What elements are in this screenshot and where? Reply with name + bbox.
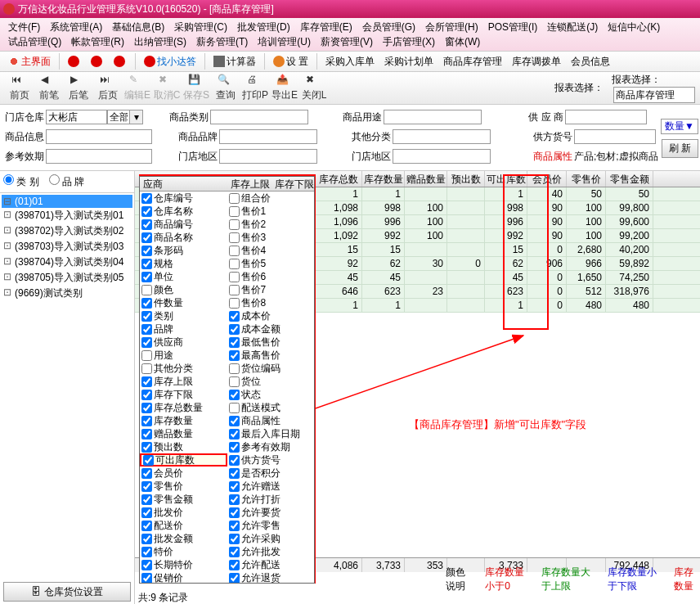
toolbar-编辑E[interactable]: ✎编辑E — [123, 74, 152, 102]
column-option[interactable]: 用途 — [140, 349, 227, 362]
cat-input[interactable] — [210, 110, 308, 124]
grid-header[interactable]: 可出库数 — [485, 171, 527, 187]
supplier-input[interactable] — [565, 110, 647, 124]
tree-node[interactable]: (398701)导入测试类别01 — [2, 208, 132, 223]
store-input[interactable] — [46, 110, 107, 124]
menu-item[interactable]: 窗体(W) — [440, 34, 485, 49]
key-icon[interactable] — [86, 52, 109, 71]
ref-input[interactable] — [46, 149, 152, 164]
member-info-button[interactable]: 会员信息 — [566, 52, 615, 71]
region-input[interactable] — [219, 149, 317, 164]
column-option[interactable]: 库存下限 — [140, 388, 227, 401]
column-option[interactable]: 商品名称 — [140, 231, 227, 244]
column-option[interactable]: 可出库数 — [140, 453, 227, 467]
column-option[interactable]: 供应商 — [140, 336, 227, 349]
column-option[interactable]: 允许打折 — [227, 493, 315, 506]
tree-node[interactable]: (398702)导入测试类别02 — [2, 223, 132, 239]
toolbar-保存S[interactable]: 💾保存S — [182, 74, 211, 102]
column-option[interactable]: 条形码 — [140, 244, 227, 257]
toolbar-后笔[interactable]: ▶后笔 — [64, 74, 93, 102]
report-select-input[interactable] — [613, 87, 695, 103]
column-option[interactable]: 配送价 — [140, 519, 227, 532]
column-option[interactable]: 仓库编号 — [140, 192, 227, 205]
column-option[interactable]: 售价6 — [227, 270, 315, 283]
toolbar-打印P[interactable]: 🖨打印P — [240, 74, 270, 102]
column-option[interactable]: 商品属性 — [227, 414, 315, 427]
toolbar-查询[interactable]: 🔍查询 — [211, 74, 240, 102]
column-option[interactable]: 状态 — [227, 388, 315, 401]
column-option[interactable]: 促销价 — [140, 571, 227, 583]
radio-category[interactable]: 类 别 — [3, 174, 39, 189]
column-option[interactable]: 允许批发 — [227, 545, 315, 558]
menu-item[interactable]: 库存管理(E) — [295, 20, 357, 34]
grid-header[interactable]: 会员价 — [527, 171, 567, 187]
column-option[interactable]: 长期特价 — [140, 558, 227, 571]
tree-node[interactable]: (398705)导入测试类别05 — [2, 270, 132, 286]
column-option[interactable]: 其他分类 — [140, 362, 227, 375]
column-option[interactable]: 会员价 — [140, 467, 227, 480]
menu-item[interactable]: 系统管理(A) — [45, 20, 107, 34]
grid-header[interactable]: 赠品数量 — [405, 171, 447, 187]
column-option[interactable]: 批发价 — [140, 506, 227, 519]
column-option[interactable]: 赠品数量 — [140, 427, 227, 440]
column-option[interactable]: 仓库名称 — [140, 205, 227, 218]
column-option[interactable]: 最高售价 — [227, 349, 315, 362]
region2-input[interactable] — [393, 149, 491, 164]
column-option[interactable]: 允许赠送 — [227, 480, 315, 493]
column-option[interactable]: 是否积分 — [227, 467, 315, 480]
menu-item[interactable]: POS管理(I) — [483, 20, 543, 34]
column-option[interactable]: 批发金额 — [140, 532, 227, 545]
column-option[interactable]: 售价4 — [227, 244, 315, 257]
toolbar-后页[interactable]: ⏭后页 — [93, 74, 123, 102]
lock-icon[interactable] — [63, 52, 86, 71]
column-option[interactable]: 允许采购 — [227, 532, 315, 545]
grid-header[interactable]: 库存数量 — [362, 171, 405, 187]
menu-item[interactable]: 薪资管理(V) — [316, 34, 378, 49]
column-option[interactable]: 规格 — [140, 257, 227, 270]
menu-item[interactable]: 短信中心(K) — [603, 20, 665, 34]
menu-item[interactable]: 会所管理(H) — [420, 20, 483, 34]
brand-input[interactable] — [219, 129, 317, 144]
toolbar-关闭L[interactable]: ✖关闭L — [299, 74, 329, 102]
column-option[interactable]: 库存上限 — [140, 375, 227, 388]
toolbar-前笔[interactable]: ◀前笔 — [34, 74, 64, 102]
column-option[interactable]: 售价1 — [227, 205, 315, 218]
column-option[interactable]: 商品编号 — [140, 218, 227, 231]
column-option[interactable]: 成本价 — [227, 309, 315, 322]
column-option[interactable]: 允许配送 — [227, 558, 315, 571]
qty-dropdown[interactable]: 数量▼ — [661, 119, 698, 134]
find-da-button[interactable]: 找小达答 — [139, 52, 201, 71]
column-option[interactable]: 最低售价 — [227, 336, 315, 349]
column-option[interactable]: 货位 — [227, 375, 315, 388]
tree-node[interactable]: (9669)测试类别 — [2, 286, 132, 301]
refresh-button[interactable]: 刷 新 — [662, 139, 698, 158]
column-option[interactable]: 售价3 — [227, 231, 315, 244]
toolbar-导出E[interactable]: 📤导出E — [270, 74, 299, 102]
column-option[interactable]: 零售金额 — [140, 493, 227, 506]
column-option[interactable]: 组合价 — [227, 192, 315, 205]
info-input[interactable] — [46, 129, 152, 144]
column-option[interactable]: 单位 — [140, 270, 227, 283]
column-option[interactable]: 最后入库日期 — [227, 427, 315, 440]
toolbar-取消C[interactable]: ✖取消C — [152, 74, 182, 102]
tree-node[interactable]: (398704)导入测试类别04 — [2, 255, 132, 270]
menu-item[interactable]: 试品管理(Q) — [3, 34, 66, 49]
column-option[interactable]: 预出数 — [140, 440, 227, 453]
column-option[interactable]: 库存数量 — [140, 414, 227, 427]
column-option[interactable]: 成本金额 — [227, 322, 315, 336]
column-option[interactable]: 件数量 — [140, 296, 227, 309]
toolbar-前页[interactable]: ⏮前页 — [5, 74, 34, 102]
purchase-in-button[interactable]: 采购入库单 — [321, 52, 379, 71]
main-view-button[interactable]: 主界面 — [3, 52, 56, 71]
column-option[interactable]: 特价 — [140, 545, 227, 558]
menu-item[interactable]: 薪务管理(T) — [191, 34, 253, 49]
column-option[interactable]: 供方货号 — [227, 453, 315, 467]
menu-item[interactable]: 出纳管理(S) — [129, 34, 191, 49]
warehouse-loc-button[interactable]: 🗄 仓库货位设置 — [3, 582, 131, 602]
tree-node[interactable]: (01)01 — [2, 195, 132, 208]
supno-input[interactable] — [574, 129, 656, 144]
column-option[interactable]: 库存总数量 — [140, 401, 227, 414]
column-option[interactable]: 类别 — [140, 309, 227, 322]
column-option[interactable]: 售价8 — [227, 296, 315, 309]
grid-header[interactable]: 库存总数量 — [315, 171, 362, 187]
